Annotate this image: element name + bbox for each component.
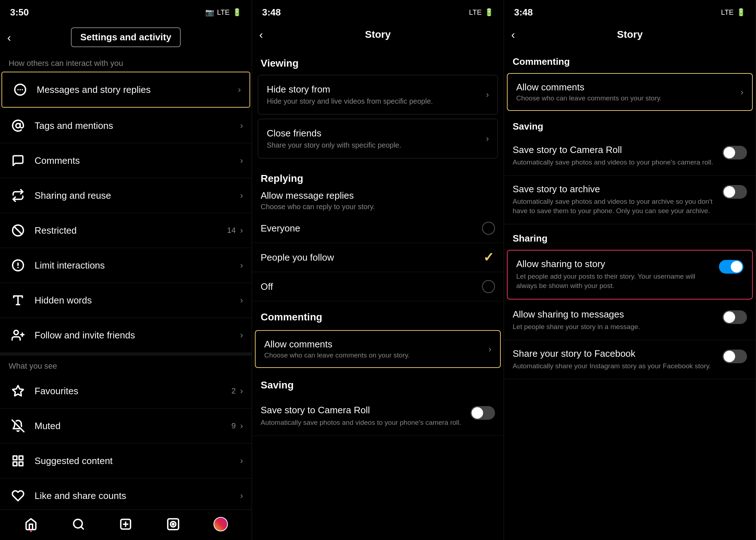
close-friends-sub: Share your story only with specific peop… [267, 141, 486, 149]
sharing-messages-title: Allow sharing to messages [513, 309, 717, 320]
sharing-story-title: Allow sharing to story [516, 258, 713, 270]
radio-off[interactable]: Off [252, 272, 504, 301]
archive-info: Save story to archive Automatically save… [513, 184, 717, 216]
status-icons-1: 📷 LTE 🔋 [205, 8, 242, 17]
share-facebook-info: Share your story to Facebook Automatical… [513, 348, 717, 371]
menu-item-sharing-label: Sharing and reuse [35, 190, 240, 201]
status-icons-3: LTE 🔋 [721, 8, 746, 17]
nav-home[interactable] [22, 516, 40, 533]
sharing-messages-switch[interactable] [723, 310, 747, 324]
menu-item-suggested[interactable]: Suggested content › [0, 444, 252, 478]
menu-item-sharing[interactable]: Sharing and reuse › [0, 178, 252, 213]
menu-item-favourites[interactable]: Favourites 2 › [0, 374, 252, 409]
menu-item-suggested-label: Suggested content [35, 455, 240, 467]
menu-item-tags[interactable]: Tags and mentions › [0, 108, 252, 143]
radio-people-follow[interactable]: People you follow ✓ [252, 243, 504, 272]
svg-point-25 [172, 523, 174, 525]
menu-item-favourites-label: Favourites [35, 386, 231, 397]
allow-comments-sub: Choose who can leave comments on your st… [264, 351, 489, 359]
menu-item-restricted[interactable]: Restricted 14 › [0, 213, 252, 248]
svg-rect-23 [168, 519, 179, 530]
toggle-knob-sharing [731, 261, 742, 273]
toggle-knob-cam3 [724, 147, 735, 158]
radio-everyone[interactable]: Everyone [252, 214, 504, 243]
menu-item-tags-label: Tags and mentions [35, 120, 240, 131]
camera-roll-switch-2[interactable] [471, 406, 495, 420]
menu-item-follow[interactable]: Follow and invite friends › [0, 318, 252, 353]
allow-comments-row[interactable]: Allow comments Choose who can leave comm… [255, 330, 501, 368]
svg-line-13 [12, 420, 24, 432]
hide-story-text: Hide story from Hide your story and live… [267, 84, 486, 105]
panel3-content: Commenting Allow comments Choose who can… [504, 48, 756, 540]
camera-roll-info-2: Save story to Camera Roll Automatically … [261, 405, 465, 428]
hide-story-item[interactable]: Hide story from Hide your story and live… [258, 75, 498, 114]
sharing-messages-info: Allow sharing to messages Let people sha… [513, 309, 717, 332]
chevron-close-friends: › [486, 134, 489, 144]
menu-item-restricted-label: Restricted [35, 225, 227, 236]
menu-item-like-label: Like and share counts [35, 490, 240, 501]
camera-roll-info-3: Save story to Camera Roll Automatically … [513, 144, 717, 167]
menu-item-messages[interactable]: Messages and story replies › [1, 72, 250, 108]
menu-item-messages-label: Messages and story replies [37, 84, 238, 95]
menu-item-muted-label: Muted [35, 420, 231, 432]
share-facebook-switch[interactable] [723, 350, 747, 363]
page-title-3: Story [617, 29, 643, 40]
radio-circle-off [482, 280, 495, 293]
hidden-words-icon [9, 291, 27, 310]
camera-roll-toggle-2: Save story to Camera Roll Automatically … [252, 397, 504, 436]
chevron-allow-comments: › [489, 344, 491, 354]
archive-switch[interactable] [723, 185, 747, 199]
menu-item-muted[interactable]: Muted 9 › [0, 409, 252, 444]
battery-3: 🔋 [737, 8, 746, 17]
checkmark-icon: ✓ [483, 250, 494, 265]
badge-muted: 9 [231, 421, 236, 431]
menu-item-hidden[interactable]: Hidden words › [0, 283, 252, 318]
camera-roll-switch-3[interactable] [723, 146, 747, 159]
menu-list-2: Favourites 2 › Muted 9 › Suggested conte… [0, 374, 252, 509]
radio-circle-people: ✓ [482, 251, 495, 264]
toggle-knob-archive [724, 186, 735, 198]
heart-icon [9, 486, 27, 505]
radio-circle-everyone [482, 222, 495, 235]
menu-item-limit[interactable]: Limit interactions › [0, 248, 252, 283]
panel-settings: 3:50 📷 LTE 🔋 ‹ Settings and activity How… [0, 0, 252, 540]
panel-story: 3:48 LTE 🔋 ‹ Story Viewing Hide story fr… [252, 0, 504, 540]
svg-rect-14 [13, 456, 17, 460]
battery-2: 🔋 [485, 8, 494, 17]
back-button-1[interactable]: ‹ [7, 32, 11, 43]
panel-story-detail: 3:48 LTE 🔋 ‹ Story Commenting Allow comm… [504, 0, 756, 540]
chevron-like: › [240, 491, 243, 501]
status-bar-1: 3:50 📷 LTE 🔋 [0, 0, 252, 22]
chevron-hide-story: › [486, 90, 489, 100]
share-facebook-sub: Automatically share your Instagram story… [513, 361, 717, 371]
chevron-messages: › [238, 85, 241, 95]
panel1-header: ‹ Settings and activity [0, 22, 252, 53]
nav-reels[interactable] [165, 516, 182, 533]
message-circle-icon [11, 80, 30, 99]
toggle-knob-messages [724, 311, 735, 323]
chevron-restricted: › [240, 225, 243, 235]
nav-search[interactable] [70, 516, 87, 533]
menu-item-like[interactable]: Like and share counts › [0, 478, 252, 509]
home-dot [30, 530, 32, 532]
viewing-title: Viewing [252, 48, 504, 75]
sharing-section-title: Sharing [504, 224, 756, 248]
menu-item-comments[interactable]: Comments › [0, 143, 252, 178]
back-button-3[interactable]: ‹ [511, 29, 515, 40]
nav-add[interactable] [117, 516, 134, 533]
close-friends-item[interactable]: Close friends Share your story only with… [258, 119, 498, 158]
bottom-nav [0, 509, 252, 540]
camera-roll-sub-2: Automatically save photos and videos to … [261, 418, 465, 428]
sharing-story-switch[interactable] [719, 260, 743, 274]
allow-comments-row-3[interactable]: Allow comments Choose who can leave comm… [507, 73, 753, 111]
menu-item-follow-label: Follow and invite friends [35, 330, 240, 341]
nav-profile[interactable] [212, 516, 229, 533]
svg-rect-15 [19, 456, 23, 460]
status-time-1: 3:50 [10, 7, 29, 18]
badge-restricted: 14 [227, 226, 236, 235]
page-title-2: Story [365, 29, 391, 40]
chevron-comments: › [240, 156, 243, 166]
back-button-2[interactable]: ‹ [259, 29, 263, 40]
commenting-section-title: Commenting [504, 48, 756, 72]
hide-story-sub: Hide your story and live videos from spe… [267, 97, 486, 105]
